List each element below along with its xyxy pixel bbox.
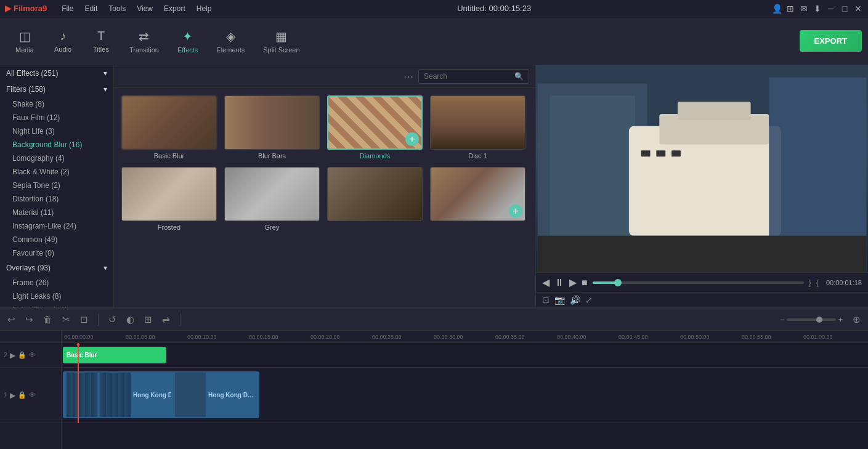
preview-extra-controls: ⊡ 📷 🔊 ⤢ bbox=[536, 292, 868, 307]
toolbar-effects[interactable]: ✦ Effects bbox=[169, 17, 206, 65]
effect-thumb-disc1[interactable] bbox=[430, 95, 525, 150]
redo-button[interactable]: ↪ bbox=[23, 313, 36, 326]
sidebar-item-shake[interactable]: Shake (8) bbox=[0, 97, 113, 111]
effect-grey[interactable]: Grey bbox=[224, 167, 320, 231]
menu-file[interactable]: File bbox=[57, 2, 78, 15]
timeline-ruler[interactable]: 00:00:00:00 00:00:05:00 00:00:10:00 00:0… bbox=[62, 331, 868, 343]
speed-button[interactable]: ⇌ bbox=[160, 313, 172, 326]
sidebar-item-common[interactable]: Common (49) bbox=[0, 233, 113, 246]
sidebar-item-faux-film[interactable]: Faux Film (12) bbox=[0, 111, 113, 124]
color-button[interactable]: ◐ bbox=[124, 313, 137, 326]
screen-size-icon[interactable]: ⊡ bbox=[542, 295, 550, 305]
track-visible-button-1[interactable]: 👁 bbox=[29, 391, 36, 399]
sidebar-item-night-life[interactable]: Night Life (3) bbox=[0, 124, 113, 138]
download-icon[interactable]: ⬇ bbox=[813, 4, 822, 14]
track-2: Basic Blur bbox=[62, 343, 868, 368]
grid-view-icon[interactable]: ⋯ bbox=[404, 71, 413, 83]
close-button[interactable]: ✕ bbox=[853, 4, 863, 14]
user-icon[interactable]: 👤 bbox=[772, 4, 782, 14]
crop-button[interactable]: ⊡ bbox=[78, 313, 91, 326]
sidebar-item-black-white[interactable]: Black & White (2) bbox=[0, 165, 113, 179]
fullscreen-icon[interactable]: ⤢ bbox=[585, 295, 593, 305]
volume-icon[interactable]: 🔊 bbox=[570, 295, 580, 305]
layout-icon[interactable]: ⊞ bbox=[785, 4, 795, 14]
undo-button[interactable]: ↩ bbox=[5, 313, 18, 326]
sidebar-item-lomography[interactable]: Lomography (4) bbox=[0, 152, 113, 165]
menu-tools[interactable]: Tools bbox=[103, 2, 131, 15]
sidebar-item-favourite[interactable]: Favourite (0) bbox=[0, 246, 113, 260]
ruler-mark-3: 00:00:15:00 bbox=[249, 334, 278, 340]
export-button[interactable]: EXPORT bbox=[800, 30, 862, 52]
screenshot-icon[interactable]: 📷 bbox=[554, 295, 565, 305]
effect-disc1[interactable]: Disc 1 bbox=[430, 95, 525, 160]
zoom-bar[interactable] bbox=[787, 318, 836, 321]
sidebar-item-bokeh-blurs[interactable]: Bokeh Blurs (10) bbox=[0, 303, 113, 307]
menu-export[interactable]: Export bbox=[159, 2, 190, 15]
effect-blur-bars[interactable]: Blur Bars bbox=[224, 95, 320, 160]
toolbar-titles[interactable]: T Titles bbox=[83, 17, 120, 65]
effect-diamonds[interactable]: + Diamonds bbox=[327, 95, 423, 160]
effect-thumb-diamonds[interactable]: + bbox=[327, 95, 423, 150]
toolbar-media[interactable]: ◫ Media bbox=[6, 17, 43, 65]
maximize-button[interactable]: □ bbox=[840, 4, 850, 14]
toolbar-elements[interactable]: ◈ Elements bbox=[208, 17, 253, 65]
stop-button[interactable]: ■ bbox=[582, 277, 588, 288]
sidebar-all-effects[interactable]: All Effects (251) ▾ bbox=[0, 65, 113, 81]
add-effect-button[interactable]: + bbox=[405, 132, 419, 146]
track-visible-button[interactable]: 👁 bbox=[29, 351, 36, 359]
search-input[interactable] bbox=[424, 72, 511, 81]
toolbar-split-screen[interactable]: ▦ Split Screen bbox=[254, 17, 308, 65]
minimize-button[interactable]: ─ bbox=[826, 4, 836, 14]
toolbar-audio[interactable]: ♪ Audio bbox=[44, 17, 81, 65]
preview-progress-bar[interactable] bbox=[593, 281, 804, 284]
sidebar-item-light-leaks[interactable]: Light Leaks (8) bbox=[0, 289, 113, 303]
effect-thumb-item8[interactable]: + bbox=[430, 167, 525, 221]
menu-edit[interactable]: Edit bbox=[80, 2, 103, 15]
sidebar-overlays[interactable]: Overlays (93) ▾ bbox=[0, 260, 113, 276]
effect-thumb-grey[interactable] bbox=[224, 167, 320, 221]
effect-thumb-frosted[interactable] bbox=[121, 167, 217, 221]
play-button[interactable]: ▶ bbox=[569, 277, 577, 288]
rotate-button[interactable]: ↺ bbox=[106, 313, 119, 326]
stabilize-button[interactable]: ⊞ bbox=[142, 313, 155, 326]
sidebar-item-distortion[interactable]: Distortion (18) bbox=[0, 192, 113, 206]
effect-name-frosted: Frosted bbox=[121, 224, 217, 231]
media-label: Media bbox=[15, 46, 34, 54]
cut-button[interactable]: ✂ bbox=[60, 313, 73, 326]
sidebar-item-material[interactable]: Material (11) bbox=[0, 206, 113, 219]
sidebar-item-instagram-like[interactable]: Instagram-Like (24) bbox=[0, 219, 113, 233]
menu-view[interactable]: View bbox=[132, 2, 158, 15]
video-frame bbox=[536, 65, 868, 272]
svg-rect-7 bbox=[538, 236, 867, 272]
effect-thumb-item7[interactable] bbox=[327, 167, 423, 221]
add-effect-button-2[interactable]: + bbox=[509, 204, 522, 218]
add-track-button[interactable]: ⊕ bbox=[850, 313, 863, 326]
sidebar-item-background-blur[interactable]: Background Blur (16) bbox=[0, 138, 113, 152]
sidebar-filters[interactable]: Filters (158) ▾ bbox=[0, 81, 113, 97]
effect-basic-blur[interactable]: Basic Blur bbox=[121, 95, 217, 160]
sidebar-item-sepia-tone[interactable]: Sepia Tone (2) bbox=[0, 179, 113, 192]
effect-item8[interactable]: + bbox=[430, 167, 525, 231]
audio-label: Audio bbox=[54, 46, 71, 53]
search-box[interactable]: 🔍 bbox=[418, 69, 529, 84]
menu-help[interactable]: Help bbox=[192, 2, 217, 15]
effect-thumb-blur-bars[interactable] bbox=[224, 95, 320, 150]
split-screen-label: Split Screen bbox=[263, 46, 299, 54]
delete-button[interactable]: 🗑 bbox=[41, 313, 55, 326]
mail-icon[interactable]: ✉ bbox=[799, 4, 809, 14]
effect-item7[interactable] bbox=[327, 167, 423, 231]
effect-thumb-basic-blur[interactable] bbox=[121, 95, 217, 150]
effect-frosted[interactable]: Frosted bbox=[121, 167, 217, 231]
clip-hong-kong-2[interactable]: Hong Kong Drone5 bbox=[171, 371, 259, 418]
zoom-out-icon[interactable]: − bbox=[780, 315, 784, 324]
ruler-mark-4: 00:00:20:00 bbox=[310, 334, 340, 340]
zoom-in-icon[interactable]: + bbox=[838, 315, 843, 324]
sidebar-item-frame[interactable]: Frame (26) bbox=[0, 276, 113, 289]
play-back-button[interactable]: ◀ bbox=[542, 277, 550, 288]
effects-sidebar: All Effects (251) ▾ Filters (158) ▾ Shak… bbox=[0, 65, 114, 307]
pause-button[interactable]: ⏸ bbox=[554, 277, 564, 288]
toolbar-transition[interactable]: ⇄ Transition bbox=[121, 17, 168, 65]
clip-thumb-3 bbox=[175, 373, 206, 417]
track-lock-button-1[interactable]: 🔒 bbox=[18, 391, 26, 399]
track-lock-button[interactable]: 🔒 bbox=[18, 351, 26, 359]
